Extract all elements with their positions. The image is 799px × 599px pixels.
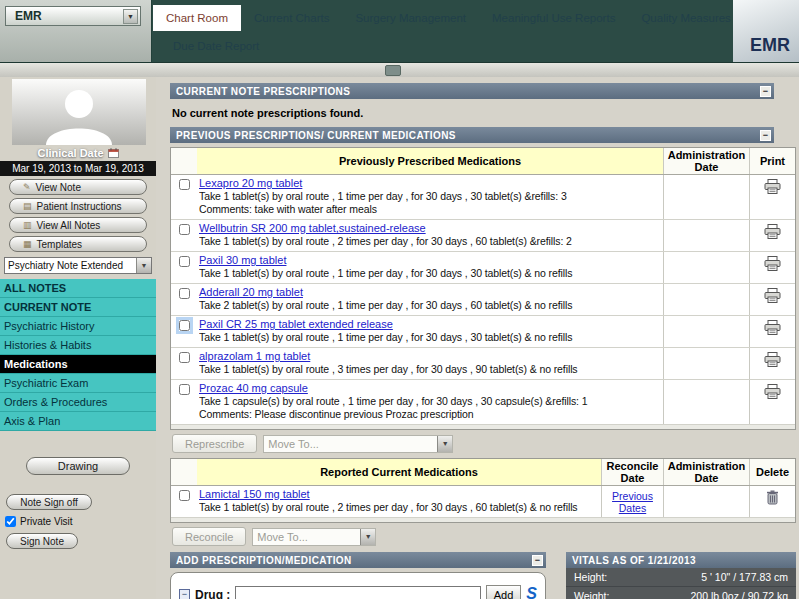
medication-link[interactable]: Prozac 40 mg capsule — [199, 382, 308, 394]
print-icon[interactable] — [764, 320, 781, 335]
drug-search-input[interactable] — [235, 586, 480, 599]
tab-quality-measures[interactable]: Quality Measures — [628, 5, 743, 31]
nav-all-notes[interactable]: ALL NOTES — [0, 279, 156, 298]
add-drug-button[interactable]: Add — [486, 585, 522, 599]
administration-date-cell — [663, 348, 749, 379]
medication-details: Take 2 tablet(s) by oral route , 1 time … — [199, 299, 661, 312]
row-checkbox[interactable] — [179, 490, 190, 501]
administration-date-cell — [663, 220, 749, 251]
row-checkbox[interactable] — [179, 384, 190, 395]
previous-medications-table: Previously Prescribed Medications Admini… — [170, 147, 796, 430]
medication-link[interactable]: Lexapro 20 mg tablet — [199, 177, 302, 189]
nav-psychiatric-history[interactable]: Psychiatric History — [0, 317, 156, 336]
medication-link[interactable]: Paxil 30 mg tablet — [199, 254, 286, 266]
tab-surgery-management[interactable]: Surgery Management — [342, 5, 479, 31]
collapse-previous-prescriptions-button[interactable]: − — [760, 130, 771, 141]
move-to-select-2[interactable]: Move To... ▼ — [252, 528, 376, 546]
vital-label: Height: — [574, 571, 607, 583]
surescripts-icon[interactable]: S — [526, 586, 537, 599]
nav-current-note[interactable]: CURRENT NOTE — [0, 298, 156, 317]
nav-psychiatric-exam[interactable]: Psychiatric Exam — [0, 374, 156, 393]
vital-label: Weight: — [574, 590, 609, 599]
app-select-area: EMR ▼ — [0, 0, 152, 62]
print-icon[interactable] — [764, 256, 781, 271]
drug-label: Drug : — [195, 588, 230, 599]
col-delete: Delete — [749, 459, 795, 485]
print-icon[interactable] — [764, 384, 781, 399]
administration-date-cell — [663, 175, 749, 219]
row-checkbox[interactable] — [179, 256, 190, 267]
print-icon[interactable] — [764, 224, 781, 239]
medication-row: alprazolam 1 mg tablet Take 1 tablet(s) … — [171, 347, 795, 379]
chevron-down-icon[interactable]: ▼ — [123, 9, 138, 24]
tab-current-charts[interactable]: Current Charts — [241, 5, 342, 31]
represcribe-button[interactable]: Represcribe — [172, 434, 257, 453]
row-checkbox[interactable] — [179, 179, 190, 190]
nav-medications[interactable]: Medications — [0, 355, 156, 374]
vital-value: 5 ' 10" / 177.83 cm — [701, 571, 788, 583]
medication-row: Lexapro 20 mg tablet Take 1 tablet(s) by… — [171, 175, 795, 219]
view-note-icon: ✎ — [23, 182, 31, 192]
administration-date-cell — [663, 284, 749, 315]
current-note-prescriptions-title: CURRENT NOTE PRESCRIPTIONS — [176, 86, 350, 97]
chevron-down-icon[interactable]: ▼ — [360, 529, 375, 545]
row-checkbox[interactable] — [179, 352, 190, 363]
chevron-down-icon[interactable]: ▼ — [136, 258, 151, 273]
templates-button[interactable]: ▦ Templates — [9, 236, 147, 252]
medication-link[interactable]: Wellbutrin SR 200 mg tablet,sustained-re… — [199, 222, 426, 234]
vitals-panel: VITALS AS OF 1/21/2013 Height: 5 ' 10" /… — [566, 552, 796, 599]
view-note-button[interactable]: ✎ View Note — [9, 179, 147, 195]
medication-link[interactable]: Lamictal 150 mg tablet — [199, 488, 310, 500]
splitter-handle[interactable] — [385, 65, 401, 76]
note-type-select[interactable]: Psychiatry Note Extended ▼ — [4, 257, 152, 274]
medication-link[interactable]: Adderall 20 mg tablet — [199, 286, 303, 298]
row-checkbox[interactable] — [179, 288, 190, 299]
delete-icon[interactable] — [766, 490, 779, 505]
collapse-current-note-prescriptions-button[interactable]: − — [760, 86, 771, 97]
chevron-down-icon[interactable]: ▼ — [437, 436, 452, 452]
administration-date-cell — [663, 252, 749, 283]
previous-prescriptions-header: PREVIOUS PRESCRIPTIONS/ CURRENT MEDICATI… — [170, 127, 774, 143]
collapse-add-prescription-button[interactable]: − — [532, 555, 543, 566]
vital-value: 200 lb 0oz / 90.72 kg — [691, 590, 789, 599]
medication-link[interactable]: alprazolam 1 mg tablet — [199, 350, 310, 362]
sign-note-button[interactable]: Sign Note — [6, 533, 78, 549]
col-administration-date: Administration Date — [663, 148, 749, 174]
view-note-label: View Note — [36, 182, 81, 193]
tab-due-date-report[interactable]: Due Date Report — [160, 34, 272, 58]
previous-prescriptions-title: PREVIOUS PRESCRIPTIONS/ CURRENT MEDICATI… — [176, 130, 456, 141]
tab-chart-room[interactable]: Chart Room — [153, 5, 241, 31]
print-icon[interactable] — [764, 352, 781, 367]
calendar-icon[interactable] — [108, 148, 119, 158]
print-icon[interactable] — [764, 288, 781, 303]
reconcile-button[interactable]: Reconcile — [172, 527, 246, 546]
previous-dates-link[interactable]: Previous Dates — [602, 490, 663, 514]
vital-row-weight: Weight: 200 lb 0oz / 90.72 kg — [566, 587, 796, 599]
tab-row-1: Chart Room Current Charts Surgery Manage… — [153, 5, 744, 31]
tab-row-2: Due Date Report — [160, 34, 272, 58]
nav-orders-procedures[interactable]: Orders & Procedures — [0, 393, 156, 412]
tab-meaningful-use-reports[interactable]: Meaningful Use Reports — [479, 5, 628, 31]
row-checkbox[interactable] — [179, 224, 190, 235]
no-prescriptions-message: No current note prescriptions found. — [172, 107, 796, 119]
patient-instructions-button[interactable]: ▤ Patient Instructions — [9, 198, 147, 214]
emr-logo: EMR — [733, 0, 799, 62]
note-signoff-button[interactable]: Note Sign off — [6, 494, 92, 510]
drawing-button[interactable]: Drawing — [26, 457, 130, 475]
collapse-drug-button[interactable]: − — [179, 589, 190, 599]
nav-histories-habits[interactable]: Histories & Habits — [0, 336, 156, 355]
splitter-strip — [0, 62, 799, 77]
vitals-header: VITALS AS OF 1/21/2013 — [566, 552, 796, 568]
print-icon[interactable] — [764, 179, 781, 194]
medication-link[interactable]: Paxil CR 25 mg tablet extended release — [199, 318, 393, 330]
nav-axis-plan[interactable]: Axis & Plan — [0, 412, 156, 431]
row-checkbox[interactable] — [179, 320, 190, 331]
emr-app-select[interactable]: EMR ▼ — [5, 6, 141, 26]
view-all-notes-icon: ▥ — [23, 220, 32, 230]
move-to-select-1[interactable]: Move To... ▼ — [263, 435, 453, 453]
clinical-date-label-row: Clinical Date — [0, 147, 156, 159]
note-type-value: Psychiatry Note Extended — [5, 260, 136, 271]
view-all-notes-button[interactable]: ▥ View All Notes — [9, 217, 147, 233]
private-visit-checkbox[interactable] — [5, 516, 16, 527]
medication-details: Take 1 tablet(s) by oral route , 2 times… — [199, 501, 599, 514]
